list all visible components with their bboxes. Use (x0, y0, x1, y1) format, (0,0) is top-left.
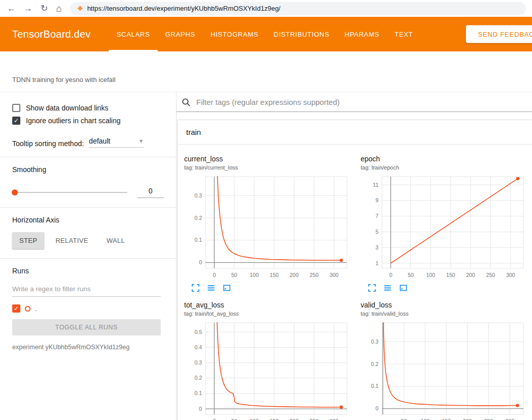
tag-group-header[interactable]: train (178, 120, 532, 145)
svg-text:200: 200 (290, 418, 299, 420)
experiment-subheader: TDNN training for yesno with icefall (0, 51, 532, 92)
back-button[interactable]: ← (7, 4, 16, 13)
slider-thumb[interactable] (12, 189, 18, 195)
url-text[interactable]: https://tensorboard.dev/experiment/yKUbh… (87, 5, 280, 12)
tag-filter-row (176, 92, 532, 112)
wall-button[interactable]: WALL (99, 232, 132, 249)
svg-text:250: 250 (484, 418, 493, 420)
svg-text:300: 300 (506, 418, 515, 420)
chart-tot-avg-loss[interactable]: 00.10.20.30.40.5050100150200250300 (184, 320, 352, 420)
smoothing-label: Smoothing (0, 165, 176, 174)
log-scale-icon[interactable] (207, 284, 215, 292)
tag-filter-input[interactable] (195, 97, 527, 107)
svg-text:0.4: 0.4 (194, 344, 202, 350)
smoothing-value-input[interactable]: 0 (137, 187, 164, 198)
chart-current-loss[interactable]: 00.10.20.3050100150200250300 (184, 174, 352, 282)
tooltip-sorting-label: Tooltip sorting method: (12, 139, 84, 148)
run-checkbox-icon[interactable] (12, 304, 20, 313)
site-icon: ❖ (77, 5, 83, 12)
svg-text:100: 100 (250, 272, 259, 278)
tab-hparams[interactable]: HPARAMS (337, 17, 387, 51)
expand-icon[interactable] (368, 284, 376, 292)
divider (0, 207, 176, 208)
svg-text:0.3: 0.3 (194, 192, 202, 199)
tab-distributions[interactable]: DISTRIBUTIONS (266, 17, 337, 51)
forward-button[interactable]: → (24, 4, 33, 13)
nav-tabs: SCALARS GRAPHS HISTOGRAMS DISTRIBUTIONS … (109, 17, 421, 51)
dashboard-scroll-area[interactable]: train current_loss tag: train/current_lo… (176, 112, 532, 420)
log-scale-icon[interactable] (383, 284, 392, 292)
svg-text:0.1: 0.1 (194, 237, 202, 243)
runs-filter-input[interactable] (12, 283, 161, 297)
run-list-item[interactable]: . (0, 304, 176, 313)
svg-text:300: 300 (330, 272, 339, 278)
chart-tag: tag: train/valid_loss (361, 311, 530, 317)
horizontal-axis-buttons: STEP RELATIVE WALL (0, 232, 176, 249)
svg-text:0.1: 0.1 (371, 383, 378, 389)
tag-group-card-train: train current_loss tag: train/current_lo… (178, 120, 532, 420)
svg-text:200: 200 (290, 272, 299, 278)
settings-sidebar: Show data download links Ignore outliers… (0, 92, 176, 420)
chart-tag: tag: train/tot_avg_loss (184, 311, 353, 317)
toggle-all-runs-button[interactable]: TOGGLE ALL RUNS (12, 319, 161, 335)
run-color-circle-icon (25, 306, 31, 312)
svg-text:5: 5 (375, 229, 378, 235)
relative-button[interactable]: RELATIVE (48, 232, 95, 249)
smoothing-slider[interactable] (12, 189, 127, 196)
tab-graphs[interactable]: GRAPHS (158, 17, 203, 51)
ignore-outliers-checkbox[interactable]: Ignore outliers in chart scaling (0, 117, 176, 125)
chart-card-epoch: epoch tag: train/epoch 13579110501001502… (356, 150, 532, 296)
run-name: . (35, 305, 37, 313)
smoothing-row: 0 (0, 187, 176, 198)
app-header: TensorBoard.dev SCALARS GRAPHS HISTOGRAM… (0, 17, 532, 51)
chart-card-tot-avg-loss: tot_avg_loss tag: train/tot_avg_loss 00.… (179, 296, 356, 420)
svg-text:200: 200 (463, 418, 472, 420)
address-bar[interactable]: ❖ https://tensorboard.dev/experiment/yKU… (70, 2, 526, 15)
home-button[interactable]: ⌂ (56, 4, 62, 13)
chart-grid: current_loss tag: train/current_loss 00.… (178, 145, 532, 420)
chart-title: tot_avg_loss (184, 301, 353, 309)
show-download-links-checkbox[interactable]: Show data download links (0, 104, 176, 112)
divider (0, 157, 176, 157)
chart-title: epoch (361, 155, 530, 163)
checkbox-checked-icon (12, 117, 20, 125)
svg-text:0: 0 (375, 405, 378, 411)
svg-text:200: 200 (466, 272, 476, 278)
browser-toolbar: ← → ↻ ⌂ ❖ https://tensorboard.dev/experi… (0, 0, 532, 17)
brand-logo[interactable]: TensorBoard.dev (12, 29, 91, 40)
fit-domain-icon[interactable] (223, 284, 231, 292)
chart-epoch[interactable]: 1357911050100150200250300 (361, 174, 528, 282)
expand-icon[interactable] (192, 284, 199, 292)
svg-text:0: 0 (213, 418, 216, 420)
svg-text:0.3: 0.3 (194, 359, 202, 366)
svg-text:0: 0 (199, 259, 202, 265)
tab-histograms[interactable]: HISTOGRAMS (203, 17, 266, 51)
chart-valid-loss[interactable]: 00.10.20.350100150200250300 (361, 320, 528, 420)
chart-title: valid_loss (361, 301, 530, 309)
chart-toolbar (184, 282, 353, 296)
tab-text[interactable]: TEXT (387, 17, 421, 51)
chart-card-valid-loss: valid_loss tag: train/valid_loss 00.10.2… (356, 296, 532, 420)
slider-track (12, 192, 127, 193)
svg-text:1: 1 (375, 260, 378, 266)
chart-toolbar (361, 282, 530, 296)
experiment-id-text: experiment yKUbhb5wRmOSXYkId1z9eg (0, 344, 176, 351)
fit-domain-icon[interactable] (399, 284, 407, 292)
tab-scalars[interactable]: SCALARS (109, 17, 158, 51)
send-feedback-button[interactable]: SEND FEEDBACK (466, 25, 532, 43)
svg-text:100: 100 (421, 418, 430, 420)
svg-text:11: 11 (373, 182, 378, 188)
chevron-down-icon: ▼ (138, 138, 144, 144)
svg-text:7: 7 (375, 213, 378, 219)
reload-button[interactable]: ↻ (41, 4, 48, 13)
step-button[interactable]: STEP (12, 232, 44, 249)
tooltip-sorting-select[interactable]: default ▼ (89, 137, 144, 148)
svg-text:50: 50 (231, 272, 238, 278)
chart-tag: tag: train/current_loss (184, 164, 353, 171)
svg-text:0.1: 0.1 (194, 390, 202, 396)
svg-text:300: 300 (506, 272, 515, 278)
divider (0, 258, 176, 259)
svg-text:100: 100 (250, 418, 259, 420)
svg-text:9: 9 (375, 197, 378, 203)
checkbox-label: Show data download links (26, 104, 108, 112)
